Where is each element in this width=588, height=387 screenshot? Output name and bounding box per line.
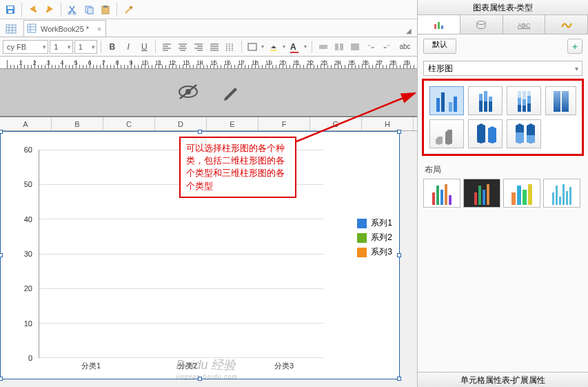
font-color-menu-button[interactable]: A bbox=[288, 40, 308, 54]
chart-subtype-clustered-3d[interactable] bbox=[429, 119, 464, 148]
svg-rect-2 bbox=[8, 10, 12, 13]
align-left-button[interactable] bbox=[159, 40, 174, 54]
align-right-button[interactable] bbox=[191, 40, 205, 54]
merge-button-1[interactable] bbox=[316, 40, 330, 54]
fill-color-menu-button[interactable] bbox=[267, 40, 287, 54]
column-headers: ABCDEFGH bbox=[0, 117, 417, 131]
italic-button[interactable]: I bbox=[121, 40, 136, 54]
borders-menu-button[interactable] bbox=[245, 40, 265, 54]
column-header[interactable]: A bbox=[0, 117, 52, 130]
svg-rect-43 bbox=[340, 43, 343, 50]
layout-thumb-1[interactable] bbox=[423, 179, 460, 208]
svg-rect-42 bbox=[335, 43, 338, 50]
chart-subtype-grid bbox=[422, 79, 584, 156]
text-format-button[interactable]: abc bbox=[396, 40, 414, 54]
svg-rect-40 bbox=[270, 50, 277, 51]
svg-rect-6 bbox=[88, 8, 93, 14]
panel-tab-chart[interactable] bbox=[418, 15, 460, 34]
svg-point-52 bbox=[477, 21, 485, 24]
redo-button[interactable] bbox=[42, 2, 57, 17]
add-preset-button[interactable]: ＋ bbox=[567, 39, 582, 54]
svg-rect-1 bbox=[8, 6, 13, 9]
annotation-box: 可以选择柱形图的各个种类，包括二维柱形图的各个类型和三维柱形图的各个类型 bbox=[179, 137, 296, 198]
tab-overflow-icon[interactable]: ◢ bbox=[406, 27, 412, 34]
bold-button[interactable]: B bbox=[105, 40, 119, 54]
layout-section-label: 布局 bbox=[418, 159, 588, 179]
merge-button-3[interactable] bbox=[347, 40, 362, 54]
layout-thumb-2[interactable] bbox=[463, 179, 500, 208]
column-header[interactable]: B bbox=[52, 117, 103, 130]
svg-rect-39 bbox=[248, 43, 256, 50]
chart-type-dropdown[interactable]: 柱形图 bbox=[423, 61, 582, 76]
workbook-tab-bar: WorkBook25 * × ◢ bbox=[0, 19, 417, 37]
top-toolbar bbox=[0, 0, 417, 19]
column-header[interactable]: F bbox=[258, 117, 310, 130]
chart-subtype-clustered-2d[interactable] bbox=[429, 86, 464, 115]
chart-subtype-percent-2d[interactable] bbox=[507, 86, 541, 115]
svg-rect-9 bbox=[129, 6, 133, 10]
chart-subtype-custom-2d[interactable] bbox=[545, 86, 576, 115]
visibility-off-icon[interactable] bbox=[176, 82, 201, 103]
undo-button[interactable] bbox=[26, 2, 41, 17]
panel-tab-special[interactable] bbox=[545, 15, 588, 34]
svg-rect-49 bbox=[434, 24, 436, 29]
svg-rect-8 bbox=[103, 6, 108, 8]
paste-button[interactable] bbox=[98, 2, 113, 17]
svg-text:ABC: ABC bbox=[518, 22, 531, 29]
layout-grid bbox=[418, 179, 588, 213]
column-header[interactable]: C bbox=[103, 117, 155, 130]
column-header[interactable]: E bbox=[207, 117, 258, 130]
save-button[interactable] bbox=[3, 2, 18, 17]
legend-item: 系列1 bbox=[357, 217, 392, 229]
underline-button[interactable]: U bbox=[137, 40, 152, 54]
chart-subtype-stacked-3d[interactable] bbox=[468, 119, 503, 148]
chart-subtype-percent-3d[interactable] bbox=[507, 119, 541, 148]
chart-subtype-stacked-2d[interactable] bbox=[468, 86, 503, 115]
svg-rect-15 bbox=[28, 24, 36, 32]
superscript-button[interactable]: ⁻₌ bbox=[364, 40, 378, 54]
layout-thumb-3[interactable] bbox=[503, 179, 540, 208]
copy-button[interactable] bbox=[81, 2, 97, 17]
panel-tab-data[interactable] bbox=[460, 15, 503, 34]
x-axis-label: 分类1 bbox=[57, 361, 125, 371]
svg-rect-51 bbox=[441, 26, 443, 29]
font-size-combo-2[interactable]: 1 bbox=[74, 40, 98, 54]
column-header[interactable]: G bbox=[310, 117, 362, 130]
layout-thumb-4[interactable] bbox=[543, 179, 580, 208]
formatting-toolbar: cy FB 1 1 B I U A ⁻₌ ₌⁻ abc bbox=[0, 37, 417, 57]
merge-button-2[interactable] bbox=[332, 40, 346, 54]
bottom-panel-title: 单元格属性表-扩展属性 bbox=[418, 372, 588, 387]
column-header[interactable]: H bbox=[362, 117, 414, 130]
workbook-icon bbox=[27, 23, 37, 34]
properties-panel: 图表属性表-类型 ABC 默认 ＋ 柱形图 布局 单元格属性表-扩展属性 bbox=[417, 0, 588, 387]
svg-rect-41 bbox=[319, 45, 327, 49]
svg-rect-50 bbox=[438, 22, 440, 29]
align-justify-button[interactable] bbox=[207, 40, 222, 54]
align-distribute-button[interactable] bbox=[223, 40, 238, 54]
font-size-combo-1[interactable]: 1 bbox=[50, 40, 73, 54]
column-header[interactable]: D bbox=[155, 117, 207, 130]
legend-item: 系列3 bbox=[357, 246, 392, 258]
x-axis-label: 分类2 bbox=[153, 361, 222, 371]
edit-mode-strip bbox=[0, 69, 417, 117]
cut-button[interactable] bbox=[65, 2, 80, 17]
preset-default-button[interactable]: 默认 bbox=[423, 39, 456, 54]
panel-tab-style[interactable]: ABC bbox=[503, 15, 546, 34]
panel-title: 图表属性表-类型 bbox=[418, 0, 588, 15]
workbook-tab[interactable]: WorkBook25 * × bbox=[23, 20, 106, 37]
horizontal-ruler: 1234567891011121314151617181920212223242… bbox=[0, 57, 417, 69]
panel-tab-row: ABC bbox=[418, 15, 588, 34]
legend-item: 系列2 bbox=[357, 232, 392, 244]
tab-close-button[interactable]: × bbox=[97, 25, 101, 33]
tab-label: WorkBook25 * bbox=[41, 25, 89, 33]
new-sheet-button[interactable] bbox=[3, 21, 19, 37]
format-painter-button[interactable] bbox=[121, 2, 136, 17]
edit-pencil-icon[interactable] bbox=[221, 81, 242, 104]
spreadsheet-area: ABCDEFGH 新建 0102030405060 分类1分类2分类3 系列1系… bbox=[0, 117, 417, 131]
align-center-button[interactable] bbox=[175, 40, 190, 54]
font-family-combo[interactable]: cy FB bbox=[3, 40, 48, 54]
chart-legend: 系列1系列2系列3 bbox=[357, 215, 392, 261]
svg-rect-44 bbox=[351, 43, 359, 50]
svg-rect-10 bbox=[6, 25, 16, 33]
subscript-button[interactable]: ₌⁻ bbox=[380, 40, 394, 54]
